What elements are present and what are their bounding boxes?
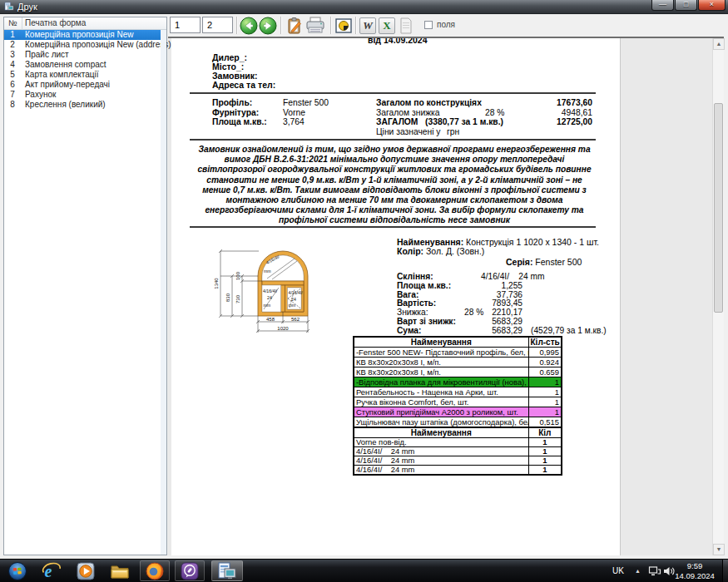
document-button[interactable] (399, 17, 413, 34)
table-row: Рентабельность - Наценка на Арки, шт.1 (354, 387, 562, 397)
table-row: Ручка віконна Comfort, бел, шт.1 (354, 397, 562, 407)
scrollbar-thumb[interactable] (714, 103, 723, 313)
export-word-button[interactable]: W (359, 17, 376, 34)
sidebar-item-number: 1 (4, 30, 21, 40)
divider-line (190, 92, 596, 94)
sidebar-item-number: 3 (4, 50, 21, 60)
table-row: КВ 8x30x20x30x8 I, м/п.0.659 (354, 367, 562, 377)
right-glass-unit: mm (289, 303, 296, 308)
dim-width-total: 1020 (277, 326, 289, 331)
toolbar-separator (280, 17, 281, 34)
item-qty: 1 (528, 438, 562, 447)
export-image-button[interactable] (335, 18, 352, 33)
construction-color-value: Зол. Д. (Зовн.) (426, 246, 484, 256)
document-page: від 14.09.2024 Дилер_:Місто_:Замовник:Ад… (171, 38, 621, 555)
sidebar-item[interactable]: 3Прайс лист (4, 50, 166, 60)
export-excel-button[interactable]: X (379, 17, 395, 34)
item-qty: 1 (528, 466, 562, 476)
minimize-button[interactable]: — (651, 0, 674, 11)
page-current-input[interactable] (170, 17, 201, 33)
toolbar-separator (330, 17, 331, 34)
construction-detail-row: Сума:5683,29(4529,79 за 1 м.кв.) (397, 327, 605, 336)
summary-row: Ціни зазначені у грн (171, 127, 621, 136)
sidebar-item-label: Комерційна пропозиція New (address) (25, 40, 171, 50)
sidebar-item[interactable]: 2Комерційна пропозиція New (address) (4, 40, 166, 50)
preview-scrollbar[interactable]: ▲ ▼ (712, 38, 724, 555)
sidebar-item-label: Прайс лист (25, 50, 69, 60)
sidebar-item[interactable]: 8Креслення (великий) (4, 100, 166, 110)
detail-suffix: (4529,79 за 1 м.кв.) (531, 327, 607, 336)
media-player-icon[interactable] (76, 561, 96, 581)
total-construction-label: Загалом по конструкціях (376, 98, 482, 107)
print-forms-panel: № Печатна форма 1Комерційна пропозиція N… (3, 17, 167, 555)
print-app-icon (217, 561, 237, 581)
left-glass-thickness: 24 (267, 295, 272, 300)
scroll-down-button[interactable]: ▼ (713, 544, 725, 555)
sidebar-item[interactable]: 4Замовлення compact (4, 60, 166, 70)
item-name: 4/16/4I/ 24 mm (354, 466, 528, 476)
hardware-value: Vorne (283, 108, 305, 117)
area-label: Площа м.кв.: (212, 117, 267, 126)
copy-to-clipboard-button[interactable] (286, 17, 303, 35)
left-glass-label: 4/16/4I/ (263, 289, 278, 293)
app-icon (4, 2, 14, 12)
clock-time: 9:59 (672, 561, 717, 571)
item-qty: 1 (528, 456, 562, 466)
sidebar-item[interactable]: 7Рахунок (4, 90, 166, 100)
construction-series-line: Серія: Fenster 500 (506, 257, 582, 267)
sidebar-item-label: Акт прийому-передачі (25, 80, 110, 90)
firefox-taskbar-button[interactable] (140, 560, 170, 581)
sidebar-item[interactable]: 1Комерційна пропозиція New (4, 30, 166, 40)
maximize-button[interactable]: □ (675, 0, 697, 11)
clock-date: 14.09.2024 (672, 571, 717, 581)
sidebar-item-label: Замовлення compact (25, 60, 106, 70)
item-name: 4/16/4I/ 24 mm (354, 456, 528, 466)
close-button[interactable]: × (698, 0, 726, 11)
table-row: -Fenster 500 NEW- Підставочний профіль, … (354, 348, 562, 358)
language-indicator[interactable]: UK (612, 566, 624, 575)
sidebar-item-number: 8 (4, 100, 21, 110)
energy-notice-paragraph: Замовник ознайомлений із тим, що згідно … (193, 145, 596, 226)
internet-explorer-icon[interactable]: e (42, 561, 62, 581)
right-glass-thickness: 24 (291, 297, 296, 302)
divider-line (190, 226, 596, 228)
sidebar-item[interactable]: 5Карта комплектації (4, 70, 166, 80)
dim-height-730: 730 (235, 294, 240, 303)
column-form-header: Печатна форма (25, 18, 86, 27)
materials-name-header: Найменування (354, 337, 528, 348)
fields-checkbox[interactable] (424, 21, 433, 29)
previous-page-button[interactable] (240, 17, 258, 35)
item-name: Ступковий припідіймач А2000 з роликом, ш… (354, 407, 528, 417)
construction-details: Скління:4/16/4I/ 24 mmПлоща м.кв.:1,255В… (397, 273, 605, 335)
currency-note: Ціни зазначені у (376, 127, 441, 136)
network-icon[interactable] (648, 565, 661, 578)
sidebar-scroll-strip[interactable] (161, 30, 166, 555)
item-qty: 0.924 (528, 358, 562, 367)
summary-row: Фурнітура: Vorne Загалом знижка 28 % 494… (171, 108, 621, 117)
fields-checkbox-label: поля (437, 20, 455, 29)
start-button[interactable] (7, 561, 27, 581)
print-app-taskbar-button[interactable] (211, 560, 243, 581)
viber-taskbar-button[interactable] (175, 560, 205, 581)
scroll-up-button[interactable]: ▲ (713, 38, 725, 50)
grand-total-label: ЗАГАЛОМ (3380,77 за 1 м.кв.) (376, 117, 503, 126)
page-total-input[interactable] (202, 17, 233, 33)
file-explorer-icon[interactable] (110, 561, 130, 581)
item-name: 4/16/4I/ 24 mm (354, 447, 528, 456)
total-construction-value: 17673,60 (501, 98, 592, 107)
clock[interactable]: 9:59 14.09.2024 (672, 561, 717, 581)
table-row: Vorne пов-від.1 (354, 438, 562, 447)
sidebar-item-number: 2 (4, 40, 21, 50)
show-desktop-button[interactable] (722, 560, 728, 582)
table-row: 4/16/4I/ 24 mm1 (354, 456, 562, 466)
item-qty: 1 (528, 397, 562, 407)
divider-line (190, 139, 596, 141)
discount-value: 4948,61 (501, 108, 592, 117)
summary-row: Площа м.кв.: 3,764 ЗАГАЛОМ (3380,77 за 1… (171, 117, 621, 126)
sidebar-item[interactable]: 6Акт прийому-передачі (4, 80, 166, 90)
print-button[interactable] (305, 17, 325, 34)
sidebar-item-number: 5 (4, 70, 21, 80)
next-page-button[interactable] (259, 17, 277, 35)
sidebar-item-label: Креслення (великий) (25, 100, 106, 110)
show-hidden-icons[interactable]: ▲ (635, 568, 641, 574)
